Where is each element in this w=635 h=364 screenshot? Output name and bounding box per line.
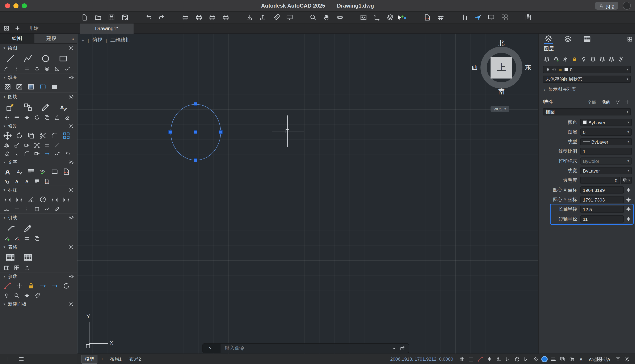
linetype-scale-input[interactable]: 1	[580, 148, 632, 155]
lengthen-button[interactable]	[32, 150, 42, 158]
dim-edit-button[interactable]	[52, 205, 62, 213]
filter-mine-button[interactable]: 我的	[600, 99, 612, 106]
region-button[interactable]	[52, 65, 62, 73]
attach-reference-button[interactable]	[271, 13, 280, 22]
viewcube-east[interactable]: 东	[525, 64, 531, 72]
minor-radius-input[interactable]: 11	[580, 216, 624, 222]
dim-aligned-button[interactable]	[14, 194, 25, 204]
center-x-input[interactable]: 1964.3199	[580, 186, 624, 194]
justify-text-button[interactable]	[32, 178, 42, 185]
viewcube-north[interactable]: 北	[474, 40, 529, 48]
manage-attributes-button[interactable]	[12, 114, 22, 121]
freeze-layer-button[interactable]	[562, 56, 569, 62]
account-avatar[interactable]	[623, 2, 631, 10]
pdf-import-text-button[interactable]: PDF	[60, 167, 72, 177]
stretch-button[interactable]	[22, 142, 32, 149]
layer-state-select[interactable]: 未保存的图层状态 ▾	[543, 76, 631, 83]
palette-section-header[interactable]: ▼图块	[0, 92, 77, 101]
annotation-monitor-toggle[interactable]: A	[605, 356, 612, 362]
move-button[interactable]	[2, 130, 13, 141]
section-settings-button[interactable]	[68, 215, 74, 220]
signin-search-field[interactable]: jq g	[595, 2, 618, 10]
center-mark-button[interactable]	[22, 205, 32, 213]
section-settings-button[interactable]	[68, 94, 74, 100]
gradient-button[interactable]	[25, 82, 36, 92]
palette-section-header[interactable]: ▼新建面板	[0, 300, 77, 308]
batch-plot-button[interactable]	[208, 13, 217, 22]
import-button[interactable]	[244, 13, 254, 22]
dim-radius-button[interactable]	[37, 194, 48, 204]
quick-select-button[interactable]	[615, 99, 621, 106]
sheet-set-manager-button[interactable]	[460, 13, 469, 22]
lock-layer-button[interactable]	[571, 56, 578, 62]
break-button[interactable]	[12, 150, 22, 158]
drawing-canvas[interactable]: +|俯视|二维线框 上 北 南 西 东 WCS▾ Y X >_ 键入命令	[77, 34, 538, 354]
trim-button[interactable]	[37, 130, 48, 141]
pdf-import-button[interactable]: PDF	[422, 13, 432, 22]
insert-block-button[interactable]	[2, 101, 18, 113]
spline-button[interactable]	[62, 65, 72, 73]
new-layer-button[interactable]	[552, 56, 560, 62]
layout-tab-model[interactable]: 模型	[82, 354, 98, 363]
sync-attributes-button[interactable]	[32, 114, 42, 121]
lineweight-select[interactable]: ByLayer▾	[580, 167, 632, 174]
major-radius-pick-point-button[interactable]	[625, 206, 632, 213]
table-from-data-button[interactable]	[19, 252, 36, 263]
solid-fill-button[interactable]	[49, 82, 60, 92]
zoom-window-button[interactable]	[308, 13, 318, 22]
table-cells-button[interactable]	[12, 264, 22, 272]
section-settings-button[interactable]	[68, 302, 74, 307]
edit-attributes-button[interactable]: A	[54, 101, 72, 113]
leader-edit-button[interactable]	[19, 222, 36, 234]
mtext-button[interactable]: A	[2, 167, 13, 177]
layer-states-tab[interactable]	[563, 34, 572, 44]
transparency-options-button[interactable]: ▾	[621, 177, 632, 184]
open-file-button[interactable]	[93, 13, 102, 22]
ellipse-button[interactable]	[32, 65, 42, 73]
purge-button[interactable]	[62, 114, 72, 121]
command-line[interactable]: >_ 键入命令	[202, 344, 409, 353]
grip-top[interactable]	[194, 102, 198, 106]
section-settings-button[interactable]	[68, 274, 74, 279]
explode-button[interactable]	[32, 142, 42, 149]
minor-radius-pick-point-button[interactable]	[625, 216, 632, 222]
palette-section-header[interactable]: ▼表格	[0, 243, 77, 251]
file-tabs-menu-button[interactable]	[2, 24, 11, 33]
visibility-parameter-button[interactable]	[2, 292, 11, 299]
rotation-parameter-button[interactable]	[60, 281, 72, 291]
palette-section-header[interactable]: ▼参数	[0, 272, 77, 280]
command-input[interactable]: 键入命令	[220, 345, 245, 352]
boundary-button[interactable]	[37, 82, 48, 92]
dim-angular-button[interactable]	[25, 194, 36, 204]
major-radius-input[interactable]: 12.5	[580, 206, 624, 213]
rotate-button[interactable]	[14, 130, 25, 141]
named-views-button[interactable]	[359, 13, 368, 22]
ucs-button[interactable]	[372, 13, 381, 22]
share-drawing-button[interactable]	[473, 13, 482, 22]
object-snap-tracking-toggle[interactable]	[523, 356, 530, 362]
ortho-mode-toggle[interactable]	[495, 356, 502, 362]
palette-collapse-button[interactable]: «	[68, 34, 77, 43]
filter-all-button[interactable]: 全部	[586, 99, 597, 106]
section-settings-button[interactable]	[68, 45, 74, 50]
palette-list-button[interactable]	[18, 356, 25, 362]
redo-button[interactable]	[157, 13, 166, 22]
plot-button[interactable]	[180, 13, 190, 22]
new-layout-button[interactable]: +	[99, 356, 105, 362]
command-window-button[interactable]	[399, 345, 406, 352]
grip-right[interactable]	[219, 130, 222, 134]
show-layer-list[interactable]: › 显示图层列表	[539, 84, 635, 94]
spell-check-button[interactable]: ABC	[37, 167, 48, 177]
section-settings-button[interactable]	[68, 124, 74, 129]
viewport-control-1[interactable]: 俯视	[92, 36, 102, 44]
block-base-button[interactable]	[22, 114, 32, 121]
palette-section-header[interactable]: ▼填充	[0, 73, 77, 82]
lookup-parameter-button[interactable]	[12, 292, 22, 299]
rectangle-button[interactable]	[54, 52, 72, 64]
dim-space-button[interactable]	[12, 205, 22, 213]
point-parameter-button[interactable]	[14, 281, 25, 291]
dim-linear-button[interactable]	[2, 194, 13, 204]
undo-button[interactable]	[144, 13, 153, 22]
section-settings-button[interactable]	[68, 187, 74, 193]
center-y-input[interactable]: 1791.7303	[580, 196, 624, 203]
